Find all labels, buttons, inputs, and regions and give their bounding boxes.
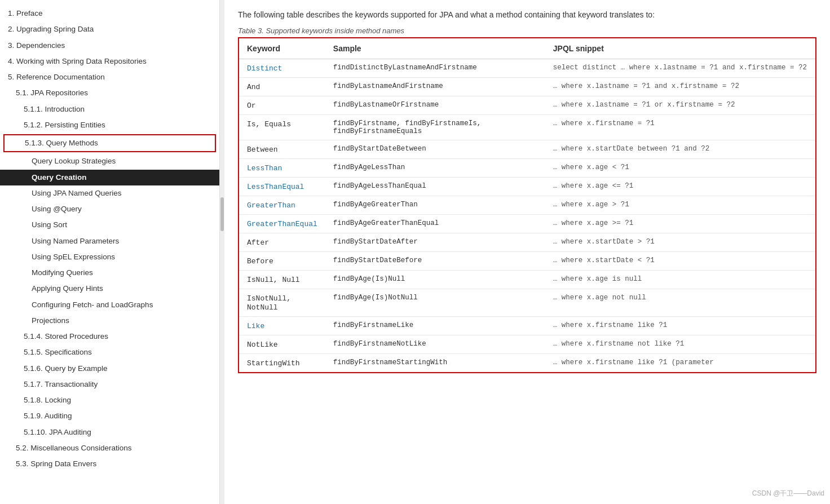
table-row: IsNull, NullfindByAge(Is)Null… where x.a… <box>239 271 816 289</box>
scrollbar-thumb[interactable] <box>220 197 224 231</box>
cell-sample: findByLastnameOrFirstname <box>325 96 545 115</box>
sidebar-item-s5_1_3g[interactable]: Using SpEL Expressions <box>0 249 219 265</box>
sidebar-item-s5_1_3h[interactable]: Modifying Queries <box>0 265 219 281</box>
sidebar-item-s5_1_2[interactable]: 5.1.2. Persisting Entities <box>0 117 219 133</box>
table-row: NotLikefindByFirstnameNotLike… where x.f… <box>239 335 816 354</box>
cell-sample: findByAge(Is)NotNull <box>325 289 545 317</box>
cell-jpql: … where x.firstname like ?1 (parameter <box>545 354 816 373</box>
sidebar-item-s1[interactable]: 1. Preface <box>0 6 219 21</box>
table-row: GreaterThanEqualfindByAgeGreaterThanEqua… <box>239 215 816 233</box>
sidebar-item-s5_1_3b[interactable]: Query Creation <box>0 170 219 185</box>
table-row: AndfindByLastnameAndFirstname… where x.l… <box>239 78 816 96</box>
cell-keyword: Or <box>239 96 325 115</box>
cell-sample: findDistinctByLastnameAndFirstname <box>325 59 545 78</box>
sidebar-item-s5_1_3f[interactable]: Using Named Parameters <box>0 233 219 249</box>
cell-keyword: StartingWith <box>239 354 325 373</box>
cell-jpql: … where x.lastname = ?1 and x.firstname … <box>545 78 816 96</box>
sidebar-item-s5_1_3j[interactable]: Configuring Fetch- and LoadGraphs <box>0 297 219 313</box>
cell-sample: findByStartDateBetween <box>325 140 545 159</box>
sidebar-item-s4[interactable]: 4. Working with Spring Data Repositories <box>0 54 219 69</box>
table-header-row: Keyword Sample JPQL snippet <box>239 38 816 59</box>
cell-sample: findByAge(Is)Null <box>325 271 545 289</box>
sidebar-item-s5_1_1[interactable]: 5.1.1. Introduction <box>0 101 219 117</box>
table-row: AfterfindByStartDateAfter… where x.start… <box>239 233 816 252</box>
table-row: BetweenfindByStartDateBetween… where x.s… <box>239 140 816 159</box>
sidebar-item-s5_1_3a[interactable]: Query Lookup Strategies <box>0 153 219 169</box>
sidebar-item-s5_1_5[interactable]: 5.1.5. Specifications <box>0 344 219 360</box>
sidebar-item-s5_1_4[interactable]: 5.1.4. Stored Procedures <box>0 329 219 344</box>
sidebar-item-s5_1_3k[interactable]: Projections <box>0 313 219 329</box>
sidebar: 1. Preface2. Upgrading Spring Data3. Dep… <box>0 0 220 504</box>
sidebar-item-s5_1_6[interactable]: 5.1.6. Query by Example <box>0 361 219 377</box>
table-row: LessThanfindByAgeLessThan… where x.age <… <box>239 159 816 178</box>
sidebar-item-s5_2[interactable]: 5.2. Miscellaneous Considerations <box>0 440 219 456</box>
cell-jpql: … where x.startDate > ?1 <box>545 233 816 252</box>
sidebar-item-s5_1_10[interactable]: 5.1.10. JPA Auditing <box>0 425 219 440</box>
sidebar-item-s5_1_3c[interactable]: Using JPA Named Queries <box>0 185 219 201</box>
cell-jpql: … where x.age not null <box>545 289 816 317</box>
cell-keyword: NotLike <box>239 335 325 354</box>
col-header-keyword: Keyword <box>239 38 325 59</box>
cell-jpql: … where x.lastname = ?1 or x.firstname =… <box>545 96 816 115</box>
cell-keyword: LessThanEqual <box>239 178 325 196</box>
cell-sample: findByLastnameAndFirstname <box>325 78 545 96</box>
table-row: LessThanEqualfindByAgeLessThanEqual… whe… <box>239 178 816 196</box>
cell-keyword: IsNotNull,NotNull <box>239 289 325 317</box>
cell-keyword: GreaterThanEqual <box>239 215 325 233</box>
table-row: IsNotNull,NotNullfindByAge(Is)NotNull… w… <box>239 289 816 317</box>
col-header-jpql: JPQL snippet <box>545 38 816 59</box>
cell-keyword: IsNull, Null <box>239 271 325 289</box>
keyword-table: Keyword Sample JPQL snippet Distinctfind… <box>238 37 816 373</box>
cell-jpql: … where x.startDate between ?1 and ?2 <box>545 140 816 159</box>
cell-jpql: select distinct … where x.lastname = ?1 … <box>545 59 816 78</box>
cell-jpql: … where x.age <= ?1 <box>545 178 816 196</box>
scrollbar[interactable] <box>220 0 224 504</box>
sidebar-item-s5_1_9[interactable]: 5.1.9. Auditing <box>0 408 219 424</box>
watermark: CSDN @干卫——David <box>752 489 824 498</box>
cell-jpql: … where x.startDate < ?1 <box>545 252 816 271</box>
cell-sample: findByAgeGreaterThan <box>325 196 545 215</box>
cell-jpql: … where x.age < ?1 <box>545 159 816 178</box>
cell-keyword: Between <box>239 140 325 159</box>
cell-keyword: Is, Equals <box>239 115 325 140</box>
sidebar-item-s5_1_3[interactable]: 5.1.3. Query Methods <box>3 134 216 152</box>
sidebar-item-s5_1_7[interactable]: 5.1.7. Transactionality <box>0 377 219 392</box>
sidebar-item-s5_1_8[interactable]: 5.1.8. Locking <box>0 392 219 408</box>
table-row: OrfindByLastnameOrFirstname… where x.las… <box>239 96 816 115</box>
table-body: DistinctfindDistinctByLastnameAndFirstna… <box>239 59 816 373</box>
sidebar-item-s5_1_3d[interactable]: Using @Query <box>0 201 219 217</box>
cell-sample: findByFirstnameNotLike <box>325 335 545 354</box>
cell-keyword: Distinct <box>239 59 325 78</box>
sidebar-item-s5_1[interactable]: 5.1. JPA Repositories <box>0 85 219 101</box>
cell-keyword: And <box>239 78 325 96</box>
sidebar-item-s2[interactable]: 2. Upgrading Spring Data <box>0 21 219 37</box>
table-row: GreaterThanfindByAgeGreaterThan… where x… <box>239 196 816 215</box>
intro-text: The following table describes the keywor… <box>238 9 816 21</box>
cell-sample: findByAgeLessThan <box>325 159 545 178</box>
sidebar-item-s5_1_3e[interactable]: Using Sort <box>0 217 219 233</box>
sidebar-item-s5_3[interactable]: 5.3. Spring Data Envers <box>0 456 219 472</box>
cell-keyword: Before <box>239 252 325 271</box>
cell-keyword: After <box>239 233 325 252</box>
cell-jpql: … where x.firstname = ?1 <box>545 115 816 140</box>
cell-keyword: LessThan <box>239 159 325 178</box>
cell-sample: findByStartDateAfter <box>325 233 545 252</box>
cell-sample: findByFirstnameStartingWith <box>325 354 545 373</box>
cell-sample: findByFirstname, findByFirstnameIs, find… <box>325 115 545 140</box>
main-content: The following table describes the keywor… <box>224 0 830 504</box>
cell-keyword: GreaterThan <box>239 196 325 215</box>
sidebar-item-s5[interactable]: 5. Reference Documentation <box>0 69 219 85</box>
table-row: LikefindByFirstnameLike… where x.firstna… <box>239 317 816 335</box>
col-header-sample: Sample <box>325 38 545 59</box>
cell-jpql: … where x.age is null <box>545 271 816 289</box>
table-row: DistinctfindDistinctByLastnameAndFirstna… <box>239 59 816 78</box>
sidebar-item-s3[interactable]: 3. Dependencies <box>0 38 219 54</box>
table-row: Is, EqualsfindByFirstname, findByFirstna… <box>239 115 816 140</box>
cell-jpql: … where x.age > ?1 <box>545 196 816 215</box>
cell-keyword: Like <box>239 317 325 335</box>
cell-jpql: … where x.firstname not like ?1 <box>545 335 816 354</box>
sidebar-item-s5_1_3i[interactable]: Applying Query Hints <box>0 281 219 297</box>
cell-sample: findByStartDateBefore <box>325 252 545 271</box>
cell-jpql: … where x.age >= ?1 <box>545 215 816 233</box>
cell-sample: findByAgeGreaterThanEqual <box>325 215 545 233</box>
